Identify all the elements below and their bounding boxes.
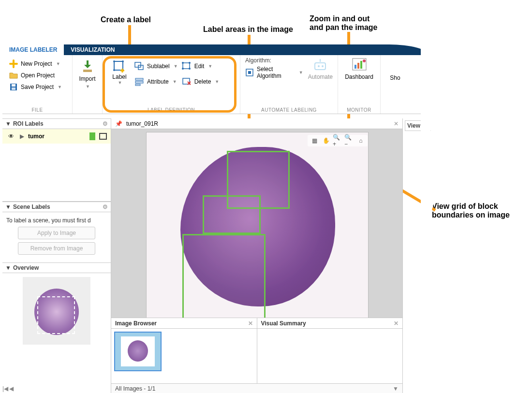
rectangle-plus-icon (113, 60, 126, 73)
roi-box-1[interactable] (203, 195, 261, 234)
svg-point-26 (322, 65, 324, 67)
chevron-down-icon: ▼ (5, 264, 11, 271)
sublabel-label: Sublabel (147, 63, 170, 70)
nav-prev-icon[interactable]: ◀ (9, 385, 14, 392)
chevron-down-icon: ▼ (173, 79, 177, 84)
svg-rect-30 (360, 61, 362, 69)
scene-labels-header[interactable]: ▼ Scene Labels ⚙ (2, 202, 111, 212)
scene-labels-title: Scene Labels (13, 204, 50, 210)
close-icon[interactable]: ✕ (248, 320, 253, 327)
image-canvas[interactable]: ▦ ✋ 🔍+ 🔍− ⌂ (111, 129, 402, 318)
save-project-label: Save Project (21, 84, 54, 90)
zoom-in-icon[interactable]: 🔍+ (333, 136, 342, 146)
open-project-label: Open Project (21, 72, 55, 79)
save-project-button[interactable]: Save Project ▼ (7, 81, 67, 93)
roi-labels-header[interactable]: ▼ ROI Labels ⚙ (2, 118, 111, 129)
svg-rect-16 (183, 63, 190, 69)
attribute-icon (134, 77, 144, 86)
view-tools: ▦ ✋ 🔍+ 🔍− ⌂ (308, 135, 368, 146)
close-icon[interactable]: ✕ (394, 120, 399, 127)
left-panel: ▼ ROI Labels ⚙ 👁 ▶ tumor ▼ Scene Labels … (2, 118, 111, 393)
folder-icon (9, 71, 18, 80)
svg-rect-28 (355, 65, 356, 69)
chevron-down-icon: ▼ (215, 79, 219, 84)
svg-point-8 (122, 60, 124, 62)
chevron-down-icon: ▼ (5, 204, 11, 210)
svg-rect-13 (135, 78, 143, 80)
nav-first-icon[interactable]: |◀ (2, 385, 8, 392)
roi-box-2[interactable] (182, 234, 266, 318)
image-browser-body (111, 329, 257, 383)
image-frame (146, 132, 369, 318)
chevron-down-icon: ▼ (86, 84, 90, 89)
svg-point-7 (113, 60, 115, 62)
annotation-zoom-pan: Zoom in and out and pan the image (310, 15, 377, 32)
rectangle-shape-icon (99, 133, 107, 140)
svg-rect-11 (135, 62, 141, 67)
select-algorithm-button[interactable]: Select Algorithm ▼ (245, 67, 303, 78)
algorithm-icon (245, 68, 254, 77)
shots-label: Sho (390, 74, 400, 81)
image-browser-header: Image Browser ✕ (111, 318, 257, 329)
expand-icon[interactable]: ▶ (20, 133, 24, 140)
scene-hint-text: To label a scene, you must first d (6, 217, 107, 224)
svg-rect-4 (12, 87, 15, 90)
dashboard-icon (352, 57, 367, 72)
svg-rect-6 (114, 61, 123, 70)
image-browser-title: Image Browser (115, 320, 157, 327)
visual-summary-title: Visual Summary (261, 320, 306, 327)
automate-button: Automate (308, 57, 333, 80)
eye-icon[interactable]: 👁 (6, 133, 16, 140)
visual-summary-panel: Visual Summary ✕ (257, 318, 403, 383)
browser-thumbnail[interactable] (114, 332, 162, 371)
group-title-monitor: MONITOR (338, 107, 380, 113)
status-text: All Images - 1/1 (115, 385, 155, 392)
edit-label: Edit (194, 63, 205, 70)
gear-icon[interactable]: ⚙ (103, 204, 108, 210)
status-dropdown-icon[interactable]: ▼ (393, 385, 399, 392)
floppy-icon (9, 83, 18, 91)
pin-icon[interactable]: 📌 (115, 120, 122, 127)
roi-item-tumor[interactable]: 👁 ▶ tumor (2, 129, 111, 144)
overview-thumbnail[interactable] (23, 277, 90, 345)
rectangle-icon (182, 62, 192, 71)
home-icon[interactable]: ⌂ (356, 136, 366, 146)
status-bar: All Images - 1/1 ▼ (111, 383, 402, 393)
color-swatch (89, 132, 95, 140)
dashboard-button[interactable]: Dashboard (346, 57, 372, 80)
label-button[interactable]: Label ▼ (106, 58, 133, 105)
delete-button[interactable]: Delete ▼ (180, 75, 222, 88)
image-browser-panel: Image Browser ✕ (111, 318, 257, 383)
svg-rect-14 (135, 81, 143, 83)
pan-icon[interactable]: ✋ (321, 136, 331, 146)
import-button[interactable]: Import ▼ (74, 59, 101, 89)
tab-visualization[interactable]: VISUALIZATION (64, 44, 121, 55)
svg-point-19 (182, 68, 184, 70)
nav-arrows: |◀ ◀ (2, 385, 14, 392)
zoom-out-icon[interactable]: 🔍− (344, 136, 354, 146)
edit-button[interactable]: Edit ▼ (180, 60, 222, 73)
attribute-button[interactable]: Attribute ▼ (133, 75, 180, 88)
automate-icon (313, 57, 327, 72)
roi-list: 👁 ▶ tumor (2, 129, 111, 202)
svg-rect-5 (83, 70, 92, 72)
group-title-labeldef: LABEL DEFINITION (103, 107, 240, 113)
grid-icon[interactable]: ▦ (310, 136, 319, 146)
new-project-button[interactable]: New Project ▼ (7, 58, 67, 70)
plus-icon (9, 59, 18, 68)
sublabel-icon (134, 62, 144, 71)
chevron-down-icon: ▼ (5, 120, 11, 127)
gear-icon[interactable]: ⚙ (103, 120, 108, 127)
tab-image-labeler[interactable]: IMAGE LABELER (2, 44, 64, 55)
open-project-button[interactable]: Open Project (7, 70, 67, 81)
view-title: View (407, 122, 420, 129)
overview-header[interactable]: ▼ Overview (2, 262, 111, 273)
svg-point-31 (363, 59, 366, 62)
tabstrip: IMAGE LABELER VISUALIZATION (2, 44, 428, 55)
close-icon[interactable]: ✕ (394, 320, 399, 327)
group-title-file: FILE (2, 107, 72, 113)
overview-body (2, 273, 111, 349)
document-tab: 📌 tumor_091R ✕ (111, 118, 402, 129)
automate-label: Automate (308, 73, 333, 80)
sublabel-button[interactable]: Sublabel ▼ (133, 60, 180, 73)
